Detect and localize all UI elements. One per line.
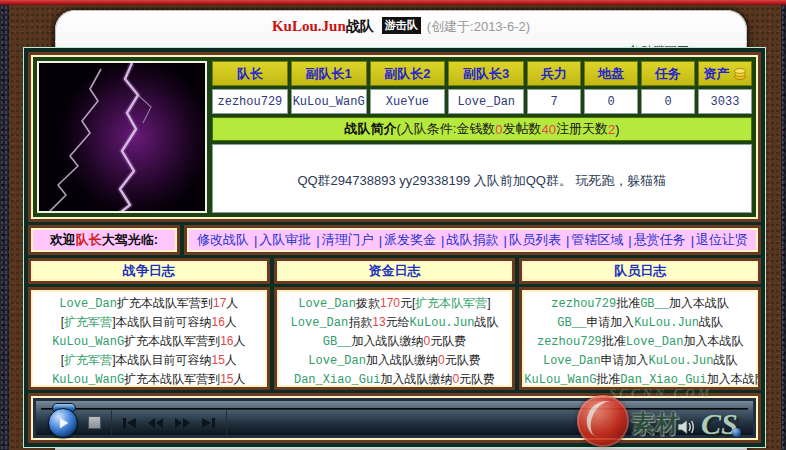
next-button[interactable] <box>201 417 216 429</box>
text-segment: 发帖数 <box>503 120 542 138</box>
text-segment: 0 <box>438 353 445 367</box>
text-segment: KuLou.Jun <box>410 316 475 330</box>
text-segment: ] <box>487 296 490 310</box>
log-line: Love_Dan加入战队缴纳0元队费 <box>279 351 511 370</box>
intro-text-box: QQ群294738893 yy29338199 入队前加QQ群。 玩死跑，躲猫猫 <box>212 144 752 213</box>
stat-value-cell: 0 <box>584 89 638 114</box>
log-line: [扩充军营]本战队目前可容纳15人 <box>33 351 265 370</box>
text-segment: 元队费 <box>430 334 466 348</box>
stop-button[interactable] <box>88 416 101 429</box>
text-segment: 人 <box>234 334 246 348</box>
text-segment: 申请加入 <box>586 315 634 329</box>
log-line: GB__申请加入KuLou.Jun战队 <box>524 313 756 332</box>
text-segment: 欢迎 <box>50 231 76 249</box>
menu-link-6[interactable]: 管辖区域 <box>571 231 623 249</box>
log-line: Love_Dan扩充本战队军营到17人 <box>33 294 265 313</box>
text-segment: 加入战队缴纳 <box>380 372 452 386</box>
menu-link-0[interactable]: 修改战队 <box>197 231 249 249</box>
stat-header-cell: 地盘 <box>584 61 638 86</box>
media-player-surface <box>36 401 753 435</box>
welcome-box: 欢迎队长大驾光临: <box>28 225 180 255</box>
menu-link-1[interactable]: 入队审批 <box>259 231 311 249</box>
text-segment: 人 <box>225 353 237 367</box>
intro-bar: 战队简介 (入队条件:金钱数0 发帖数40 注册天数2) <box>212 117 752 141</box>
stat-header-cell: 资产 <box>698 61 752 86</box>
fast-forward-button[interactable] <box>174 417 191 429</box>
text-segment: 战队 <box>699 315 723 329</box>
menu-link-4[interactable]: 战队捐款 <box>447 231 499 249</box>
text-segment: 批准 <box>602 334 626 348</box>
text-segment: 战队简介 <box>344 120 396 138</box>
stat-value-cell: 0 <box>641 89 695 114</box>
stats-header-row: 队长副队长1副队长2副队长3兵力地盘任务资产 <box>212 61 752 86</box>
intro-text: QQ群294738893 yy29338199 入队前加QQ群。 玩死跑，躲猫猫 <box>297 173 666 188</box>
menu-link-5[interactable]: 队员列表 <box>509 231 561 249</box>
log-line: zezhou729批准Love_Dan加入本战队 <box>524 332 756 351</box>
text-segment: Dan_Xiao_Gui <box>294 373 380 387</box>
text-segment: 申请加入 <box>601 353 649 367</box>
stat-header-cell: 队长 <box>212 61 288 86</box>
text-segment: 拨款 <box>356 296 380 310</box>
stat-value-cell: 7 <box>527 89 581 114</box>
text-segment: Love_Dan <box>543 354 601 368</box>
war-log-header: 战争日志 <box>28 258 270 284</box>
text-segment: 170 <box>380 296 400 310</box>
seek-track[interactable] <box>41 408 748 410</box>
text-segment: 元[ <box>400 296 415 310</box>
text-segment: 元给 <box>386 315 410 329</box>
log-line: Love_Dan捐款13元给KuLou.Jun战队 <box>279 313 511 332</box>
text-segment: 0 <box>495 122 502 137</box>
team-type-badge: 游击队 <box>382 17 421 34</box>
link-separator: | <box>504 233 507 248</box>
fund-log-body: Love_Dan拨款170元[扩充本队军营]Love_Dan捐款13元给KuLo… <box>274 287 516 390</box>
text-segment: 加入本战队 <box>683 334 743 348</box>
play-button[interactable] <box>48 408 78 438</box>
created-date: (创建于:2013-6-2) <box>427 19 530 34</box>
log-line: KuLou_WanG批准Dan_Xiao_Gui加入本战队 <box>524 370 756 389</box>
menu-link-7[interactable]: 悬赏任务 <box>634 231 686 249</box>
team-info-section: 队长副队长1副队长2副队长3兵力地盘任务资产 zezhou729KuLou_Wa… <box>28 52 761 222</box>
text-segment: KuLou_WanG <box>52 335 124 349</box>
text-segment: 大驾光临: <box>102 231 158 249</box>
member-log-title: 队员日志 <box>614 262 666 280</box>
team-stats: 队长副队长1副队长2副队长3兵力地盘任务资产 zezhou729KuLou_Wa… <box>212 61 752 213</box>
log-line: zezhou729批准GB__加入本战队 <box>524 294 756 313</box>
log-line: KuLou_WanG扩充本战队军营到16人 <box>33 332 265 351</box>
right-texture-edge <box>781 0 786 450</box>
menu-link-3[interactable]: 派发奖金 <box>384 231 436 249</box>
text-segment: 扩充军营 <box>64 316 112 330</box>
previous-button[interactable] <box>122 417 137 429</box>
text-segment: 批准 <box>596 372 620 386</box>
text-segment: zezhou729 <box>551 297 616 311</box>
text-segment: 2 <box>608 122 615 137</box>
link-separator: | <box>254 233 257 248</box>
text-segment: Love_Dan <box>59 297 117 311</box>
text-segment: 扩充本队军营 <box>415 297 487 311</box>
text-segment: ]本战队目前可容纳 <box>112 315 211 329</box>
member-log-column: 队员日志 zezhou729批准GB__加入本战队GB__申请加入KuLou.J… <box>519 258 761 390</box>
text-segment: KuLou.Jun <box>634 316 699 330</box>
stat-header-cell: 副队长2 <box>370 61 446 86</box>
text-segment: GB__ <box>323 335 352 349</box>
team-emblem-image <box>37 61 207 213</box>
text-segment: Love_Dan <box>626 335 684 349</box>
stat-value-cell: Love_Dan <box>448 89 524 114</box>
text-segment: 加入本战队 <box>707 372 761 386</box>
text-segment: 加入本战队 <box>669 296 729 310</box>
title-bar: KuLou.Jun战队游击队(创建于:2013-6-2) <box>55 10 747 36</box>
stat-value-cell: KuLou_WanG <box>291 89 367 114</box>
text-segment: 加入战队缴纳 <box>366 353 438 367</box>
text-segment: 15 <box>212 353 225 367</box>
media-player <box>28 393 761 443</box>
text-segment: 元队费 <box>459 372 495 386</box>
member-log-header: 队员日志 <box>519 258 761 284</box>
menu-link-8[interactable]: 退位让贤 <box>696 231 748 249</box>
text-segment: zezhou729 <box>537 335 602 349</box>
text-segment: Love_Dan <box>298 297 356 311</box>
text-segment: KuLou_WanG <box>524 373 596 387</box>
controls-separator <box>111 410 112 436</box>
menu-link-2[interactable]: 清理门户 <box>322 231 374 249</box>
menu-links-box: 修改战队|入队审批|清理门户|派发奖金|战队捐款|队员列表|管辖区域|悬赏任务|… <box>184 225 761 255</box>
rewind-button[interactable] <box>147 417 164 429</box>
link-separator: | <box>379 233 382 248</box>
